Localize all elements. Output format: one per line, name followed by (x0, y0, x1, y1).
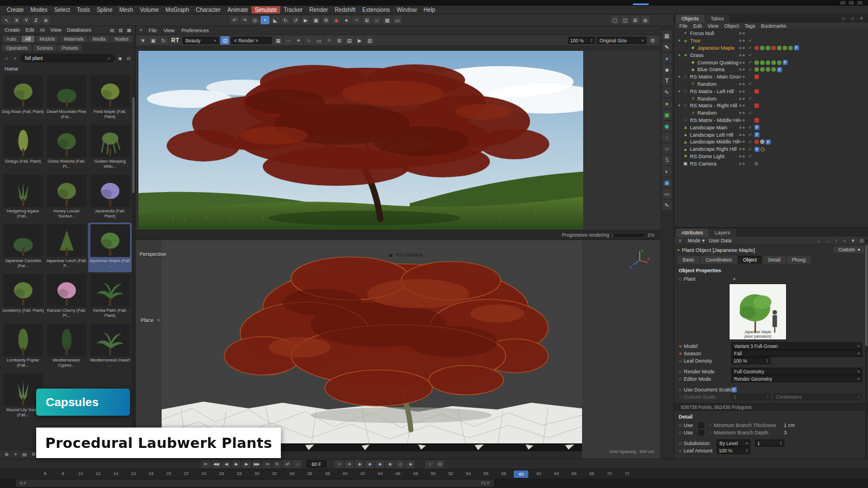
key-snap-icon[interactable]: ◈ (406, 460, 415, 468)
target-tag-icon[interactable]: ◎ (754, 161, 758, 166)
key-marker[interactable]: ◇ (679, 277, 684, 281)
material-chip[interactable] (754, 140, 759, 144)
home-icon[interactable]: ⌂ (3, 55, 10, 62)
asset-jacaranda-fall-plant[interactable]: Jacaranda (Fall, Plant) (88, 173, 132, 223)
plant-preview-thumbnail[interactable]: Japanese Maple (Acer palmatum) (729, 284, 787, 340)
subdivision-mode-dropdown[interactable]: By Level ▾ (717, 439, 750, 447)
enabled-check[interactable]: ✓ (747, 67, 753, 72)
field-icon[interactable]: ◉ (662, 121, 672, 131)
category-tab-presets[interactable]: Presets (58, 45, 82, 51)
enabled-check[interactable]: ✓ (747, 132, 753, 137)
expand-icon[interactable]: ⊞ (335, 36, 344, 45)
key-marker[interactable]: ◆ (679, 344, 684, 348)
move-icon[interactable]: + (261, 16, 270, 24)
field-tag[interactable]: F (754, 147, 760, 152)
material-chip[interactable] (766, 67, 770, 72)
expand-arrow-icon[interactable]: ▾ (676, 38, 682, 43)
key-marker[interactable]: ◇ (679, 430, 684, 435)
layout-split-icon[interactable]: ◫ (620, 16, 630, 24)
visibility-dots[interactable] (739, 90, 746, 93)
expand-plant-icon[interactable]: ▸ (734, 276, 736, 281)
asset-lombardy-poplar-fall[interactable]: Lombardy Poplar (Fall... (1, 322, 45, 372)
titlebar-icon-2[interactable] (849, 1, 854, 5)
tree-row-landscape-right-hill[interactable]: ▲Landscape Right Hill✓F (674, 146, 868, 153)
viewport-menu-view[interactable]: View (161, 28, 177, 33)
material-chip[interactable] (754, 60, 759, 65)
material-icon[interactable]: ● (342, 16, 351, 24)
jump-end-icon[interactable]: ⇥ (262, 460, 271, 468)
enabled-check[interactable]: ✓ (747, 111, 753, 116)
tree-row-rs-camera[interactable]: ▣RS Camera◎ (674, 160, 868, 167)
material-chip[interactable] (754, 67, 759, 72)
visibility-dots[interactable] (739, 54, 746, 56)
magnet-icon[interactable]: ∪ (372, 16, 381, 24)
subdivision-value-field[interactable]: 1 ▲▼ (755, 439, 784, 447)
attr-burger-icon[interactable]: ≡ (676, 237, 684, 244)
spline-icon[interactable]: S (662, 155, 672, 165)
enabled-check[interactable]: ✓ (747, 81, 753, 86)
axis-lock-x[interactable]: X (12, 16, 21, 24)
visibility-dots[interactable] (739, 47, 746, 49)
pen-icon[interactable]: ✎ (662, 42, 672, 52)
key-marker[interactable]: ◆ (679, 351, 684, 356)
key-pos-icon[interactable]: ◆ (355, 460, 364, 468)
record-icon[interactable]: ● (335, 460, 344, 468)
enabled-check[interactable]: ✓ (747, 125, 753, 130)
spinner-arrows[interactable]: ▲▼ (780, 441, 782, 446)
zoom-spinner-arrows[interactable]: ▲▼ (591, 38, 593, 43)
material-chip[interactable] (783, 46, 787, 50)
render-mode-dropdown[interactable]: Beauty ▾ (183, 37, 219, 44)
panel-c-icon[interactable]: ▦ (125, 27, 133, 33)
asset-kentia-palm-fall-plant[interactable]: Kentia Palm (Fall, Plant) (88, 272, 132, 322)
tree-row-rs-dome-light[interactable]: ☀RS Dome Light✓ (674, 153, 868, 160)
filter-tab-nodes[interactable]: Nodes (111, 36, 133, 42)
filter-tab-auto[interactable]: Auto (2, 36, 20, 42)
field-tag[interactable]: F (794, 45, 799, 50)
tree-row-landscape-main[interactable]: ▲Landscape Main✓F (674, 124, 868, 131)
redshift-icon[interactable]: ◆ (332, 16, 341, 24)
layout-quad-icon[interactable]: ⊞ (631, 16, 640, 24)
frame-range-slider[interactable]: 0 F 72 F (16, 480, 494, 487)
prev-frame-icon[interactable]: ◀ (222, 460, 231, 468)
perspective-viewport[interactable]: Perspective ▣ RS Camera Place ↖ Grid Spa… (136, 240, 660, 459)
place-tool-label[interactable]: Place ↖ (141, 317, 163, 324)
loop-icon[interactable]: ↻ (272, 460, 281, 468)
asset-menu-ai[interactable]: AI (37, 27, 48, 33)
enabled-check[interactable]: ✓ (747, 154, 753, 159)
dots-icon[interactable]: ⋯ (284, 36, 293, 45)
sim-ball-icon[interactable]: ● (662, 98, 672, 108)
menu-window[interactable]: Window (393, 6, 420, 14)
range-icon[interactable]: ⇄ (283, 460, 292, 468)
last-tool-icon[interactable]: ↺ (291, 16, 300, 24)
quantize-icon[interactable]: ⊞ (362, 16, 371, 24)
visibility-dots[interactable] (739, 62, 746, 64)
category-tab-operators[interactable]: Operators (2, 45, 32, 51)
key-scale-icon[interactable]: ◆ (365, 460, 374, 468)
custom-scale-field[interactable]: 1▲▼ (731, 393, 771, 400)
use-document-scale-checkbox[interactable]: ✓ (731, 387, 737, 393)
asset-dwarf-mountain-pine-fal[interactable]: Dwarf Mountain Pine (Fal... (45, 73, 88, 123)
undo-icon[interactable]: ↶ (230, 16, 239, 24)
camera-icon[interactable]: ▣ (662, 177, 672, 188)
spinner-arrows[interactable]: ▲▼ (766, 395, 769, 399)
material-chip[interactable] (771, 60, 776, 65)
menu-select[interactable]: Select (51, 6, 73, 14)
visibility-dots[interactable] (739, 83, 746, 85)
season-dropdown[interactable]: Fall▾ (731, 350, 862, 357)
material-chip[interactable] (771, 46, 776, 50)
manager-tab-takes[interactable]: Takes (705, 15, 730, 23)
snowflake-icon[interactable]: ✳ (294, 36, 303, 45)
tree-row-random[interactable]: ?Random✓ (674, 110, 868, 117)
snap-icon[interactable]: ⌗ (352, 16, 361, 24)
redshift-tag-chip[interactable] (754, 118, 759, 123)
snapshot-icon[interactable]: ◉ (116, 55, 124, 62)
panel-a-icon[interactable]: ▤ (108, 27, 116, 33)
category-tab-scenes[interactable]: Scenes (33, 45, 57, 51)
history-icon[interactable]: ▣ (149, 36, 158, 45)
key-marker[interactable]: ○ (709, 423, 714, 427)
menu-render[interactable]: Render (306, 6, 332, 14)
layout-single-icon[interactable]: ▢ (610, 16, 619, 24)
sphere2-icon[interactable]: ○ (304, 36, 313, 45)
key-marker[interactable]: ○ (709, 430, 714, 434)
viewport-name-label[interactable]: Perspective (140, 251, 166, 257)
